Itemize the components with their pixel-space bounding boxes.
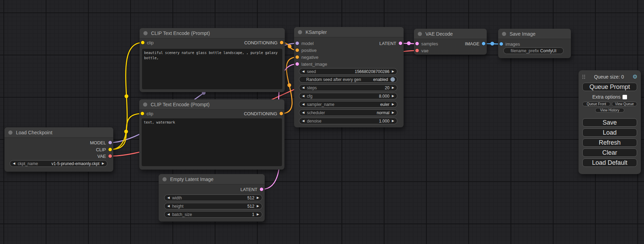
decrement-arrow-icon[interactable]: ◀ — [302, 70, 305, 73]
input-slot-positive[interactable] — [295, 48, 299, 52]
node-clip-text-encode-positive[interactable]: CLIP Text Encode (Prompt) clip CONDITION… — [140, 28, 285, 92]
toggle-dot-icon[interactable] — [390, 77, 395, 82]
decrement-arrow-icon[interactable]: ◀ — [302, 86, 305, 89]
cfg-widget[interactable]: ◀ cfg 8.000 ▶ — [299, 93, 397, 99]
increment-arrow-icon[interactable]: ▶ — [392, 103, 394, 106]
steps-widget[interactable]: ◀ steps 20 ▶ — [299, 84, 397, 91]
increment-arrow-icon[interactable]: ▶ — [102, 162, 104, 165]
node-clip-text-encode-negative[interactable]: CLIP Text Encode (Prompt) clip CONDITION… — [139, 99, 284, 170]
input-label: positive — [301, 48, 317, 53]
scheduler-widget[interactable]: ◀ scheduler normal ▶ — [299, 109, 397, 116]
output-slot-latent[interactable] — [399, 42, 402, 45]
drag-handle-icon[interactable] — [582, 74, 585, 79]
input-slot-images[interactable] — [500, 42, 503, 46]
slot-row: positive — [294, 47, 404, 54]
queue-prompt-button[interactable]: Queue Prompt — [582, 83, 637, 91]
input-slot-clip[interactable] — [141, 112, 144, 115]
seed-widget[interactable]: ◀ seed 156680208700286 ▶ — [299, 68, 397, 75]
settings-gear-icon[interactable]: ⚙ — [633, 74, 637, 80]
denoise-widget[interactable]: ◀ denoise 1.000 ▶ — [299, 118, 397, 124]
input-slot-samples[interactable] — [415, 42, 419, 45]
decrement-arrow-icon[interactable]: ◀ — [167, 205, 170, 208]
height-widget[interactable]: ◀ height 512 ▶ — [164, 203, 262, 209]
sampler-name-widget[interactable]: ◀ sampler_name euler ▶ — [299, 101, 397, 108]
output-slot-latent[interactable] — [260, 188, 263, 191]
collapse-dot-icon[interactable] — [502, 32, 506, 36]
increment-arrow-icon[interactable]: ▶ — [392, 94, 394, 98]
node-save-image[interactable]: Save Image images filename_prefix ComfyU… — [498, 29, 571, 58]
prompt-textarea[interactable]: text, watermark — [142, 118, 282, 166]
decrement-arrow-icon[interactable]: ◀ — [13, 162, 15, 165]
input-slot-vae[interactable] — [415, 49, 419, 52]
output-slot-conditioning[interactable] — [280, 112, 283, 115]
output-slot-model[interactable] — [108, 141, 112, 144]
link-midpoint-dot[interactable] — [288, 45, 292, 48]
node-ksampler[interactable]: KSampler model LATENT positive negative … — [294, 27, 404, 127]
widget-label: steps — [307, 85, 317, 90]
increment-arrow-icon[interactable]: ▶ — [392, 86, 394, 89]
ckpt-name-widget[interactable]: ◀ ckpt_name v1-5-pruned-emaonly.ckpt ▶ — [10, 160, 107, 167]
output-slot-image[interactable] — [482, 42, 485, 45]
decrement-arrow-icon[interactable]: ◀ — [167, 196, 170, 199]
load-default-button[interactable]: Load Default — [582, 159, 637, 167]
node-title: Empty Latent Image — [170, 177, 213, 182]
load-button[interactable]: Load — [582, 128, 637, 137]
decrement-arrow-icon[interactable]: ◀ — [302, 111, 305, 114]
widget-value: 512 — [247, 204, 254, 209]
link-midpoint-dot[interactable] — [125, 94, 129, 98]
increment-arrow-icon[interactable]: ▶ — [392, 111, 394, 114]
input-slot-negative[interactable] — [295, 55, 299, 59]
collapse-dot-icon[interactable] — [8, 130, 12, 135]
node-title-bar[interactable]: CLIP Text Encode (Prompt) — [139, 99, 284, 110]
extra-options-checkbox[interactable] — [623, 95, 627, 99]
collapse-dot-icon[interactable] — [298, 30, 302, 34]
view-history-button[interactable]: View History — [595, 108, 624, 112]
collapse-dot-icon[interactable] — [143, 102, 147, 107]
widget-label: filename_prefix — [511, 48, 539, 53]
node-title-bar[interactable]: VAE Decode — [414, 29, 487, 39]
decrement-arrow-icon[interactable]: ◀ — [302, 103, 305, 106]
node-title-bar[interactable]: Load Checkpoint — [5, 127, 113, 138]
batch-size-widget[interactable]: ◀ batch_size 1 ▶ — [164, 211, 262, 218]
node-vae-decode[interactable]: VAE Decode samples IMAGE vae — [414, 29, 487, 55]
view-queue-button[interactable]: View Queue — [612, 102, 637, 106]
decrement-arrow-icon[interactable]: ◀ — [302, 119, 305, 123]
node-graph-canvas[interactable]: Load Checkpoint MODEL CLIP VAE ◀ ckpt_na… — [0, 0, 644, 244]
random-seed-toggle-widget[interactable]: Random seed after every gen enabled — [299, 76, 397, 83]
link-midpoint-dot[interactable] — [407, 42, 411, 45]
node-load-checkpoint[interactable]: Load Checkpoint MODEL CLIP VAE ◀ ckpt_na… — [5, 127, 113, 172]
decrement-arrow-icon[interactable]: ◀ — [302, 94, 305, 98]
collapse-dot-icon[interactable] — [162, 177, 167, 181]
node-title-bar[interactable]: CLIP Text Encode (Prompt) — [140, 28, 285, 38]
collapse-dot-icon[interactable] — [143, 31, 148, 35]
increment-arrow-icon[interactable]: ▶ — [392, 70, 394, 73]
input-slot-model[interactable] — [295, 42, 299, 45]
increment-arrow-icon[interactable]: ▶ — [392, 119, 394, 123]
save-button[interactable]: Save — [582, 118, 637, 127]
node-title: Save Image — [510, 31, 536, 37]
output-slot-clip[interactable] — [108, 148, 112, 151]
queue-front-button[interactable]: Queue Front — [582, 102, 610, 106]
output-slot-row: LATENT — [159, 186, 265, 193]
link-midpoint-dot[interactable] — [288, 83, 291, 87]
output-slot-vae[interactable] — [108, 154, 112, 158]
width-widget[interactable]: ◀ width 512 ▶ — [164, 195, 262, 201]
filename-prefix-widget[interactable]: filename_prefix ComfyUI — [503, 47, 564, 54]
input-slot-clip[interactable] — [141, 41, 144, 44]
increment-arrow-icon[interactable]: ▶ — [257, 205, 259, 208]
collapse-dot-icon[interactable] — [418, 32, 422, 36]
node-title-bar[interactable]: Save Image — [498, 29, 571, 39]
increment-arrow-icon[interactable]: ▶ — [257, 213, 259, 216]
clear-button[interactable]: Clear — [582, 148, 637, 157]
link-midpoint-dot[interactable] — [491, 42, 494, 46]
input-slot-latent-image[interactable] — [295, 62, 299, 66]
output-slot-conditioning[interactable] — [280, 41, 283, 44]
prompt-textarea[interactable]: beautiful scenery nature glass bottle la… — [142, 49, 282, 89]
decrement-arrow-icon[interactable]: ◀ — [167, 213, 170, 216]
node-title-bar[interactable]: KSampler — [294, 27, 404, 37]
node-title-bar[interactable]: Empty Latent Image — [159, 174, 265, 184]
increment-arrow-icon[interactable]: ▶ — [257, 196, 259, 199]
link-midpoint-dot[interactable] — [124, 130, 128, 134]
node-empty-latent-image[interactable]: Empty Latent Image LATENT ◀ width 512 ▶ … — [159, 174, 265, 222]
refresh-button[interactable]: Refresh — [582, 138, 637, 147]
